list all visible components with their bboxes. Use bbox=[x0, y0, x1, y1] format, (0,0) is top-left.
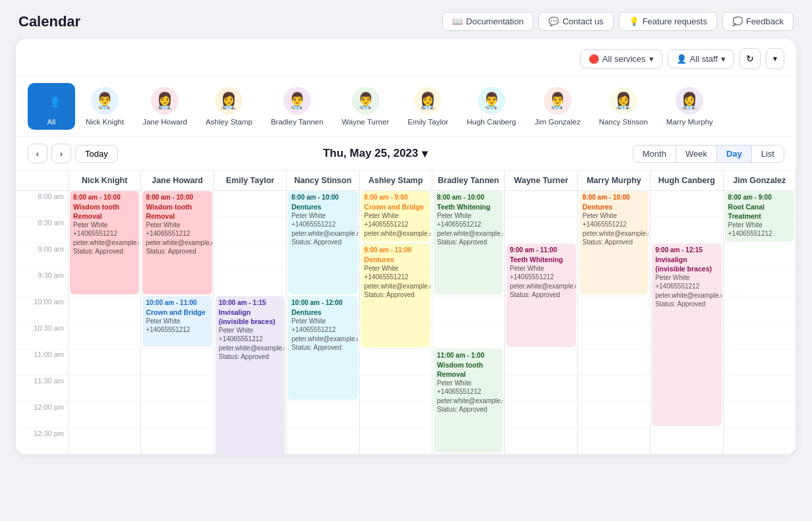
all-staff-button[interactable]: 👤 All staff ▾ bbox=[668, 49, 734, 69]
staff-item-jane[interactable]: 👩‍⚕️ Jane Howard bbox=[134, 83, 195, 130]
jane-avatar: 👩‍⚕️ bbox=[151, 87, 179, 115]
time-slot: 10:30 am bbox=[16, 323, 69, 349]
date-title[interactable]: Thu, May 25, 2023 ▾ bbox=[323, 147, 428, 161]
slot-row bbox=[724, 244, 796, 270]
event-block[interactable]: 8:00 am - 9:00Crown and BridgePeter Whit… bbox=[361, 191, 430, 242]
staff-item-hugh[interactable]: 👨‍⚕️ Hugh Canberg bbox=[459, 83, 524, 130]
slot-row bbox=[651, 428, 722, 454]
slot-row bbox=[505, 349, 577, 375]
hugh-avatar: 👨‍⚕️ bbox=[478, 87, 506, 115]
time-slot: 8:30 am bbox=[16, 217, 69, 244]
nick-knight-col: 8:00 am - 10:00Wisdom tooth RemovalPeter… bbox=[69, 191, 141, 454]
event-block[interactable]: 10:00 am - 1:15Invisalign (invisible bra… bbox=[216, 296, 285, 454]
slot-row bbox=[360, 428, 432, 454]
staff-item-ashley[interactable]: 👩‍⚕️ Ashley Stamp bbox=[198, 83, 260, 130]
week-view-button[interactable]: Week bbox=[676, 146, 717, 162]
staff-item-marry[interactable]: 👩‍⚕️ Marry Murphy bbox=[658, 83, 721, 130]
slot-row bbox=[69, 349, 140, 375]
feedback-button[interactable]: 💭 Feedback bbox=[722, 12, 794, 31]
slot-row bbox=[505, 217, 577, 244]
slot-row bbox=[69, 323, 140, 349]
slot-row bbox=[69, 402, 140, 428]
slot-row bbox=[432, 323, 504, 349]
list-view-button[interactable]: List bbox=[752, 146, 784, 162]
day-view-button[interactable]: Day bbox=[717, 146, 752, 162]
slot-row bbox=[505, 402, 577, 428]
today-button[interactable]: Today bbox=[75, 145, 118, 163]
feature-requests-button[interactable]: 💡 Feature requests bbox=[619, 12, 717, 31]
staff-item-jim[interactable]: 👨‍⚕️ Jim Gonzalez bbox=[527, 83, 589, 130]
more-options-button[interactable]: ▾ bbox=[766, 48, 784, 69]
event-block[interactable]: 8:00 am - 10:00DenturesPeter White+14065… bbox=[288, 191, 357, 294]
slot-row bbox=[141, 349, 213, 375]
staff-item-nancy[interactable]: 👩‍⚕️ Nancy Stinson bbox=[591, 83, 656, 130]
staff-icon: 👤 bbox=[676, 54, 687, 64]
event-block[interactable]: 10:00 am - 11:00Crown and BridgePeter Wh… bbox=[142, 296, 212, 347]
bradley-tannen-col: 8:00 am - 10:00Teeth WhiteningPeter Whit… bbox=[432, 191, 505, 454]
event-block[interactable]: 10:00 am - 12:00DenturesPeter White+1406… bbox=[288, 296, 357, 400]
staff-item-bradley[interactable]: 👨‍⚕️ Bradley Tannen bbox=[263, 83, 332, 130]
slot-row bbox=[214, 191, 286, 217]
documentation-button[interactable]: 📖 Documentation bbox=[442, 12, 533, 31]
slot-row bbox=[578, 428, 650, 454]
slot-row bbox=[69, 428, 140, 454]
time-column: 8:00 am8:30 am9:00 am9:30 am10:00 am10:3… bbox=[16, 191, 69, 454]
event-block[interactable]: 8:00 am - 10:00DenturesPeter White+14065… bbox=[579, 191, 649, 294]
chevron-down-icon-3: ▾ bbox=[773, 54, 777, 63]
slot-row bbox=[141, 375, 213, 402]
nancy-avatar: 👩‍⚕️ bbox=[610, 87, 637, 115]
staff-item-nick[interactable]: 👨‍⚕️ Nick Knight bbox=[78, 83, 132, 130]
services-icon: 🔴 bbox=[589, 54, 599, 64]
chevron-down-icon-2: ▾ bbox=[721, 54, 726, 64]
all-services-button[interactable]: 🔴 All services ▾ bbox=[580, 49, 662, 69]
slot-row bbox=[651, 217, 722, 244]
time-slot: 11:00 am bbox=[16, 349, 69, 375]
staff-item-emily[interactable]: 👩‍⚕️ Emily Taylor bbox=[399, 83, 456, 130]
event-block[interactable]: 8:00 am - 10:00Wisdom tooth RemovalPeter… bbox=[142, 191, 212, 294]
slot-row bbox=[724, 402, 796, 428]
time-header bbox=[16, 171, 69, 190]
next-button[interactable]: › bbox=[51, 144, 71, 163]
slot-row bbox=[651, 191, 722, 217]
slot-row bbox=[724, 323, 796, 349]
staff-item-wayne[interactable]: 👨‍⚕️ Wayne Turner bbox=[334, 83, 397, 130]
event-block[interactable]: 8:00 am - 10:00Teeth WhiteningPeter Whit… bbox=[434, 191, 503, 294]
time-grid: 8:00 am8:30 am9:00 am9:30 am10:00 am10:3… bbox=[16, 191, 796, 454]
time-slot: 11:30 am bbox=[16, 375, 69, 402]
slot-row bbox=[141, 402, 213, 428]
slot-row bbox=[69, 375, 140, 402]
slot-row bbox=[578, 296, 650, 323]
page-title: Calendar bbox=[18, 13, 80, 30]
prev-button[interactable]: ‹ bbox=[28, 144, 47, 163]
contact-button[interactable]: 💬 Contact us bbox=[538, 12, 613, 31]
time-slot: 12:00 pm bbox=[16, 402, 69, 428]
staff-item-all[interactable]: 👥 All bbox=[28, 83, 75, 130]
staff-strip: 👥 All 👨‍⚕️ Nick Knight 👩‍⚕️ Jane Howard … bbox=[16, 76, 796, 137]
slot-row bbox=[724, 349, 796, 375]
event-block[interactable]: 9:00 am - 11:00Teeth WhiteningPeter Whit… bbox=[506, 244, 575, 347]
event-block[interactable]: 8:00 am - 10:00Wisdom tooth RemovalPeter… bbox=[70, 191, 139, 294]
contact-icon: 💬 bbox=[548, 16, 559, 26]
refresh-button[interactable]: ↻ bbox=[740, 48, 761, 69]
lightbulb-icon: 💡 bbox=[629, 16, 639, 26]
slot-row bbox=[360, 402, 432, 428]
top-bar: Calendar 📖 Documentation 💬 Contact us 💡 … bbox=[0, 0, 812, 39]
wayne-avatar: 👨‍⚕️ bbox=[352, 87, 380, 115]
col-nancy: Nancy Stinson bbox=[287, 171, 359, 190]
main-card: 🔴 All services ▾ 👤 All staff ▾ ↻ ▾ 👥 All bbox=[16, 39, 796, 454]
event-block[interactable]: 9:00 am - 12:15Invisalign (invisible bra… bbox=[652, 244, 721, 426]
col-bradley: Bradley Tannen bbox=[432, 171, 505, 190]
col-headers: Nick Knight Jane Howard Emily Taylor Nan… bbox=[16, 171, 796, 191]
jane-howard-col: 8:00 am - 10:00Wisdom tooth RemovalPeter… bbox=[141, 191, 214, 454]
event-block[interactable]: 8:00 am - 9:00Root Canal TreatmentPeter … bbox=[725, 191, 794, 242]
col-nick: Nick Knight bbox=[69, 171, 141, 190]
event-block[interactable]: 9:00 am - 11:00DenturesPeter White+14065… bbox=[361, 244, 430, 347]
slot-row bbox=[578, 349, 650, 375]
view-switcher: Month Week Day List bbox=[633, 145, 784, 163]
slot-row bbox=[724, 375, 796, 402]
slot-row bbox=[214, 217, 286, 244]
time-slot: 10:00 am bbox=[16, 296, 69, 323]
event-block[interactable]: 11:00 am - 1:00Wisdom tooth RemovalPeter… bbox=[434, 349, 503, 452]
month-view-button[interactable]: Month bbox=[633, 146, 676, 162]
chevron-down-icon-4: ▾ bbox=[422, 147, 428, 161]
